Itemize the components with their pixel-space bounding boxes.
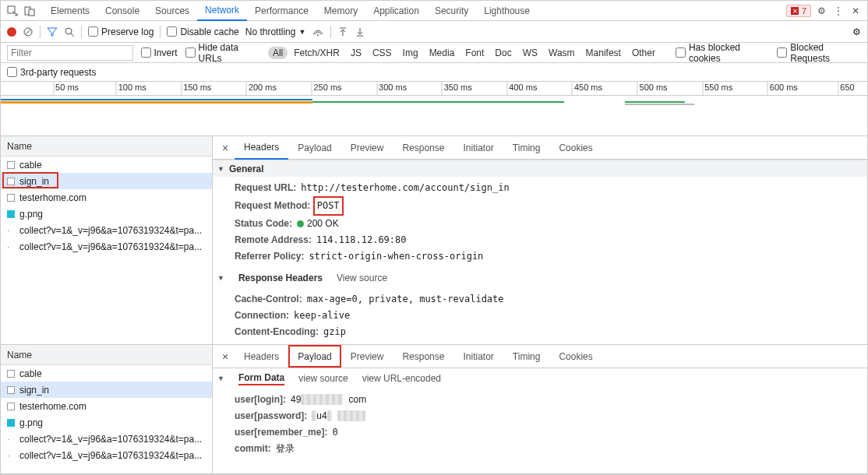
request-row[interactable]: testerhome.com xyxy=(1,189,212,206)
type-css[interactable]: CSS xyxy=(368,47,397,59)
type-other[interactable]: Other xyxy=(627,47,660,59)
settings-gear-icon[interactable]: ⚙ xyxy=(852,26,861,37)
subtab-initiator[interactable]: Initiator xyxy=(453,345,503,368)
request-url-label: Request URL: xyxy=(235,182,296,193)
filter-input[interactable] xyxy=(7,45,133,61)
subtab-payload[interactable]: Payload xyxy=(288,136,340,159)
name-column-header[interactable]: Name xyxy=(1,345,212,365)
filter-icon[interactable] xyxy=(47,26,58,37)
request-row[interactable]: g.png xyxy=(1,206,212,222)
detail-tabs: ×HeadersPayloadPreviewResponseInitiatorT… xyxy=(213,136,867,160)
subtab-response[interactable]: Response xyxy=(393,136,453,159)
file-icon xyxy=(7,161,15,169)
request-row[interactable]: ·collect?v=1&_v=j96&a=1076319324&t=pa... xyxy=(1,238,212,255)
type-all[interactable]: All xyxy=(268,47,288,59)
subtab-cookies[interactable]: Cookies xyxy=(549,345,602,368)
tab-elements[interactable]: Elements xyxy=(43,1,97,20)
disable-cache-checkbox[interactable]: Disable cache xyxy=(167,26,238,37)
view-source-link[interactable]: View source xyxy=(337,273,387,283)
tab-console[interactable]: Console xyxy=(97,1,147,20)
tab-application[interactable]: Application xyxy=(365,1,427,20)
tick: 600 ms xyxy=(767,82,798,96)
subtab-timing[interactable]: Timing xyxy=(503,345,550,368)
close-details-icon[interactable]: × xyxy=(216,350,235,363)
subtab-initiator[interactable]: Initiator xyxy=(453,136,503,159)
tab-lighthouse[interactable]: Lighthouse xyxy=(476,1,538,20)
request-list: Name cablesign_intesterhome.comg.png·col… xyxy=(1,136,213,344)
tab-security[interactable]: Security xyxy=(427,1,476,20)
record-button[interactable] xyxy=(7,27,16,37)
view-url-encoded-link[interactable]: view URL-encoded xyxy=(362,373,441,384)
preserve-log-checkbox[interactable]: Preserve log xyxy=(88,26,153,37)
request-row[interactable]: testerhome.com xyxy=(1,398,212,414)
user-remember-value: 0 xyxy=(327,427,337,438)
type-ws[interactable]: WS xyxy=(518,47,542,59)
type-media[interactable]: Media xyxy=(425,47,460,59)
svg-line-8 xyxy=(71,33,74,37)
third-party-checkbox[interactable]: 3rd-party requests xyxy=(7,67,96,78)
type-fetch-xhr[interactable]: Fetch/XHR xyxy=(289,47,344,59)
invert-checkbox[interactable]: Invert xyxy=(141,48,178,58)
request-method-value: POST xyxy=(313,196,344,216)
inspect-icon[interactable] xyxy=(5,4,19,18)
throttling-select[interactable]: No throttling ▼ xyxy=(245,26,306,37)
request-row[interactable]: ·collect?v=1&_v=j96&a=1076319324&t=pa... xyxy=(1,447,212,463)
type-js[interactable]: JS xyxy=(346,47,366,59)
general-section-header[interactable]: ▼General xyxy=(213,160,867,177)
devtools-tabbar: ElementsConsoleSourcesNetworkPerformance… xyxy=(1,1,867,21)
type-doc[interactable]: Doc xyxy=(490,47,516,59)
view-source-link[interactable]: view source xyxy=(298,373,348,384)
upload-har-icon[interactable] xyxy=(337,26,348,37)
tab-performance[interactable]: Performance xyxy=(247,1,316,20)
tick: 350 ms xyxy=(442,82,472,96)
device-toggle-icon[interactable] xyxy=(23,4,37,18)
subtab-timing[interactable]: Timing xyxy=(503,136,550,159)
name-column-header[interactable]: Name xyxy=(1,136,212,157)
request-row[interactable]: cable xyxy=(1,365,212,382)
blocked-requests-checkbox[interactable]: Blocked Requests xyxy=(777,42,861,64)
remote-address-label: Remote Address: xyxy=(235,234,312,245)
request-row[interactable]: ·collect?v=1&_v=j96&a=1076319324&t=pa... xyxy=(1,222,212,238)
timeline-ruler[interactable]: 50 ms100 ms150 ms200 ms250 ms300 ms350 m… xyxy=(1,82,867,96)
request-row[interactable]: cable xyxy=(1,157,212,173)
subtab-payload[interactable]: Payload xyxy=(288,345,340,368)
subtab-headers[interactable]: Headers xyxy=(235,345,288,368)
search-icon[interactable] xyxy=(64,26,75,37)
blocked-cookies-checkbox[interactable]: Has blocked cookies xyxy=(676,42,769,64)
download-har-icon[interactable] xyxy=(355,26,365,37)
error-badge[interactable]: ✕7 xyxy=(786,5,811,17)
cache-control-value: max-age=0, private, must-revalidate xyxy=(302,294,504,304)
svg-point-9 xyxy=(317,34,319,36)
request-row[interactable]: g.png xyxy=(1,414,212,431)
hide-data-urls-checkbox[interactable]: Hide data URLs xyxy=(185,42,260,64)
kebab-icon[interactable]: ⋮ xyxy=(831,4,845,18)
response-headers-section[interactable]: ▼Response HeadersView source xyxy=(213,268,867,288)
tick: 200 ms xyxy=(246,82,277,96)
user-remember-label: user[remember_me]: xyxy=(235,427,327,438)
request-row[interactable]: ·collect?v=1&_v=j96&a=1076319324&t=pa... xyxy=(1,431,212,447)
tab-network[interactable]: Network xyxy=(197,1,247,21)
type-img[interactable]: Img xyxy=(398,47,423,59)
tab-sources[interactable]: Sources xyxy=(147,1,197,20)
request-row[interactable]: sign_in xyxy=(1,382,212,398)
subtab-response[interactable]: Response xyxy=(393,345,453,368)
subtab-cookies[interactable]: Cookies xyxy=(549,136,602,159)
commit-value: 登录 xyxy=(271,443,295,454)
timeline-overview[interactable] xyxy=(1,96,867,136)
subtab-preview[interactable]: Preview xyxy=(341,345,393,368)
type-wasm[interactable]: Wasm xyxy=(544,47,580,59)
bullet-icon: · xyxy=(7,450,15,461)
network-conditions-icon[interactable] xyxy=(312,26,324,37)
close-details-icon[interactable]: × xyxy=(216,142,235,154)
clear-icon[interactable] xyxy=(23,26,34,37)
type-manifest[interactable]: Manifest xyxy=(581,47,626,59)
subtab-headers[interactable]: Headers xyxy=(235,137,288,160)
form-data-section[interactable]: ▼Form Dataview sourceview URL-encoded xyxy=(213,368,867,389)
tab-memory[interactable]: Memory xyxy=(316,1,365,20)
type-font[interactable]: Font xyxy=(460,47,489,59)
gear-icon[interactable]: ⚙ xyxy=(814,4,828,18)
subtab-preview[interactable]: Preview xyxy=(341,136,393,159)
close-icon[interactable]: ✕ xyxy=(849,4,863,18)
file-icon xyxy=(7,178,15,185)
request-row[interactable]: sign_in xyxy=(1,173,212,189)
